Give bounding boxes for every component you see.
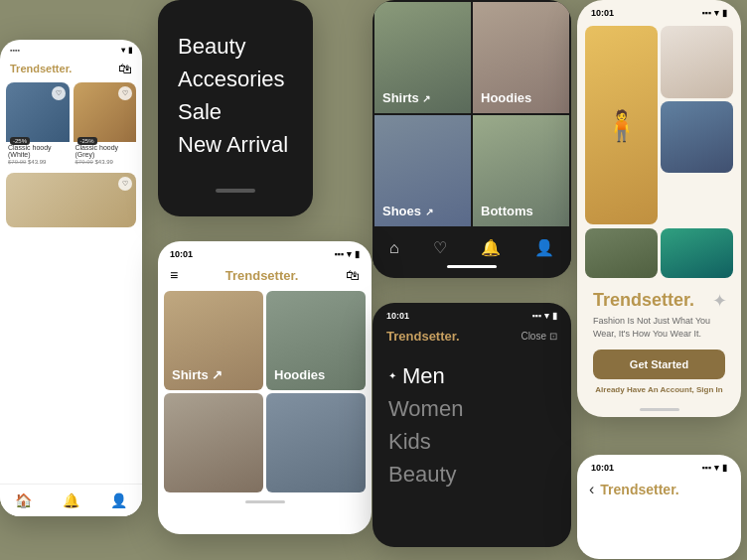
status-right-7: ▪▪▪ ▾ ▮	[701, 463, 727, 473]
person-icon-yellow: 🧍	[585, 26, 658, 224]
heart-icon-1[interactable]: ♡	[52, 86, 66, 100]
menu-item-beauty[interactable]: Beauty	[178, 30, 293, 63]
battery-7: ▮	[722, 463, 727, 473]
nav-beauty[interactable]: Beauty	[388, 458, 555, 490]
shoes-arrow: ↗	[425, 207, 433, 217]
battery-5: ▮	[552, 311, 557, 321]
menu-item-sale[interactable]: Sale	[178, 95, 293, 128]
product-card-2[interactable]: -25% ♡ Classic hoody (Grey) $79.99 $43.9…	[74, 82, 137, 169]
time-4: 10:01	[170, 249, 193, 259]
logo-4: Trendsetter.	[225, 268, 299, 283]
badge-2: -25%	[77, 137, 97, 145]
photo-teal-outfit	[661, 228, 733, 278]
logo-1: Trendsetter.	[10, 63, 72, 74]
phone-onboarding: 10:01 ▪▪▪ ▾ ▮ 🧍 ✦ Trendsetter. Fashion I…	[577, 0, 741, 417]
wifi-6: ▾	[714, 8, 719, 18]
category-shoes[interactable]: Shoes ↗	[374, 115, 471, 226]
product-price-1: $79.99 $43.99	[6, 158, 70, 169]
cell-img3-4	[164, 393, 263, 492]
grid-shirts-4[interactable]: Shirts ↗	[164, 291, 263, 390]
bottom-nav-3: ⌂ ♡ 🔔 👤	[373, 228, 571, 265]
status-right-1: ▾ ▮	[121, 46, 132, 55]
grid-item3-4[interactable]	[164, 393, 263, 492]
cart-icon-1[interactable]: 🛍	[118, 61, 132, 76]
bell-nav-icon[interactable]: 🔔	[63, 492, 79, 508]
heart-icon-long[interactable]: ♡	[118, 177, 132, 191]
phone-product-listing: ▪▪▪▪ ▾ ▮ Trendsetter. 🛍 -25% ♡ Classic h…	[0, 40, 142, 516]
home-nav-icon[interactable]: 🏠	[15, 492, 32, 508]
home-indicator-6	[640, 408, 679, 411]
heart-icon-3[interactable]: ♡	[433, 238, 447, 257]
product-card-1[interactable]: -25% ♡ Classic hoody (White) $79.99 $43.…	[6, 82, 70, 169]
header-5: Trendsetter. Close ⊡	[373, 325, 571, 351]
menu-item-accessories[interactable]: Accesories	[178, 63, 293, 95]
product-price-2: $79.99 $43.99	[74, 158, 137, 169]
status-left-1: ▪▪▪▪	[10, 47, 20, 54]
time-7: 10:01	[591, 463, 614, 473]
grid-hoodies-4[interactable]: Hoodies	[266, 291, 366, 390]
category-hoodies[interactable]: Hoodies	[473, 2, 569, 113]
status-right-5: ▪▪▪ ▾ ▮	[531, 311, 557, 321]
photo-yellow-outfit: 🧍	[585, 26, 658, 224]
header-1: Trendsetter. 🛍	[0, 57, 142, 82]
battery-6: ▮	[722, 8, 727, 18]
status-right-6: ▪▪▪ ▾ ▮	[701, 8, 727, 18]
category-bottoms[interactable]: Bottoms	[473, 115, 569, 226]
long-card-1[interactable]: ♡	[6, 173, 136, 227]
home-indicator-4	[245, 500, 285, 503]
status-bar-4: 10:01 ▪▪▪ ▾ ▮	[158, 241, 372, 263]
shoes-label: Shoes ↗	[382, 204, 433, 218]
wifi-4: ▾	[347, 249, 352, 259]
signin-link[interactable]: Sign In	[696, 385, 723, 394]
home-indicator-2	[216, 189, 255, 193]
hoodies-label: Hoodies	[481, 90, 531, 105]
bottom-nav-1: 🏠 🔔 👤	[0, 484, 142, 516]
photo-right-col	[661, 26, 733, 173]
shirts-arrow: ↗	[422, 93, 430, 104]
signal-4: ▪▪▪	[334, 249, 344, 259]
menu-icon-4[interactable]: ≡	[170, 267, 178, 283]
close-icon-5: ⊡	[549, 331, 557, 342]
close-button-5[interactable]: Close ⊡	[521, 331, 557, 342]
bell-icon-3[interactable]: 🔔	[481, 238, 501, 257]
battery-icon-1: ▮	[128, 46, 132, 55]
category-shirts[interactable]: Shirts ↗	[374, 2, 471, 113]
signal-icon-1: ▪▪▪▪	[10, 47, 20, 54]
time-6: 10:01	[591, 8, 614, 18]
photo-dark-outfit	[661, 101, 733, 174]
signal-6: ▪▪▪	[701, 8, 711, 18]
phone-product-grid-white: 10:01 ▪▪▪ ▾ ▮ ≡ Trendsetter. 🛍 Shirts ↗ …	[158, 241, 372, 534]
cell-img4-4	[266, 393, 366, 492]
get-started-button[interactable]: Get Started	[593, 350, 725, 379]
brand-section-6: ✦ Trendsetter. Fashion Is Not Just What …	[577, 282, 741, 400]
nav-men[interactable]: Men	[388, 359, 555, 392]
nav-list-5: Men Women Kids Beauty	[373, 351, 571, 498]
old-price-1: $79.99	[8, 159, 26, 165]
photo-grid-6: 🧍	[585, 26, 733, 224]
status-right-4: ▪▪▪ ▾ ▮	[334, 249, 360, 259]
heart-icon-2[interactable]: ♡	[118, 86, 132, 100]
phone-back-nav: 10:01 ▪▪▪ ▾ ▮ ‹ Trendsetter.	[577, 455, 741, 559]
logo-accent-1: setter.	[40, 63, 72, 74]
user-nav-icon[interactable]: 👤	[110, 492, 127, 508]
star-icon-6: ✦	[712, 290, 727, 312]
old-price-2: $79.99	[75, 159, 93, 165]
cart-icon-4[interactable]: 🛍	[346, 267, 360, 283]
status-bar-6: 10:01 ▪▪▪ ▾ ▮	[577, 0, 741, 22]
grid-item4-4[interactable]	[266, 393, 366, 492]
photo-green-outfit	[585, 228, 658, 278]
tagline-6: Fashion Is Not Just What You Wear, It's …	[593, 315, 725, 340]
logo-7: Trendsetter.	[600, 482, 678, 497]
status-bar-7: 10:01 ▪▪▪ ▾ ▮	[577, 455, 741, 477]
home-icon-3[interactable]: ⌂	[389, 239, 399, 257]
menu-list: Beauty Accesories Sale New Arrival	[158, 0, 313, 181]
category-grid: Shirts ↗ Hoodies Shoes ↗ Bottoms	[374, 2, 569, 226]
nav-kids[interactable]: Kids	[388, 425, 555, 458]
menu-item-new-arrival[interactable]: New Arrival	[178, 128, 293, 161]
nav-women[interactable]: Women	[388, 392, 555, 425]
back-button-7[interactable]: ‹	[589, 481, 594, 498]
user-icon-3[interactable]: 👤	[534, 238, 554, 257]
hoodies-label-4: Hoodies	[274, 367, 325, 382]
time-5: 10:01	[386, 311, 409, 321]
status-bar-1: ▪▪▪▪ ▾ ▮	[0, 40, 142, 57]
